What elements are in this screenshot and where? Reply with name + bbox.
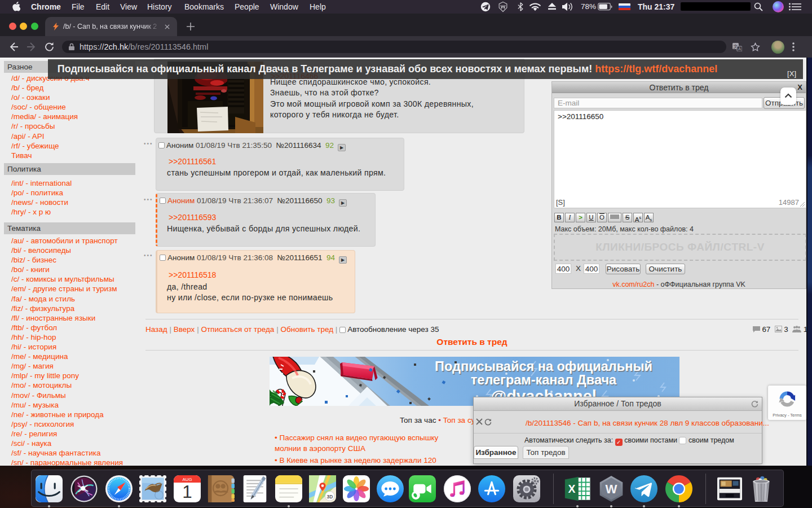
svg-text:A: A: [738, 46, 741, 51]
svg-text:1: 1: [182, 482, 192, 502]
svg-text:телеграм-канал Двача: телеграм-канал Двача: [471, 373, 617, 387]
svg-text:Подписывайся на официальный: Подписывайся на официальный: [435, 359, 652, 374]
svg-text:W: W: [606, 482, 617, 496]
svg-text:X: X: [568, 483, 575, 495]
svg-text:3D: 3D: [327, 494, 333, 500]
